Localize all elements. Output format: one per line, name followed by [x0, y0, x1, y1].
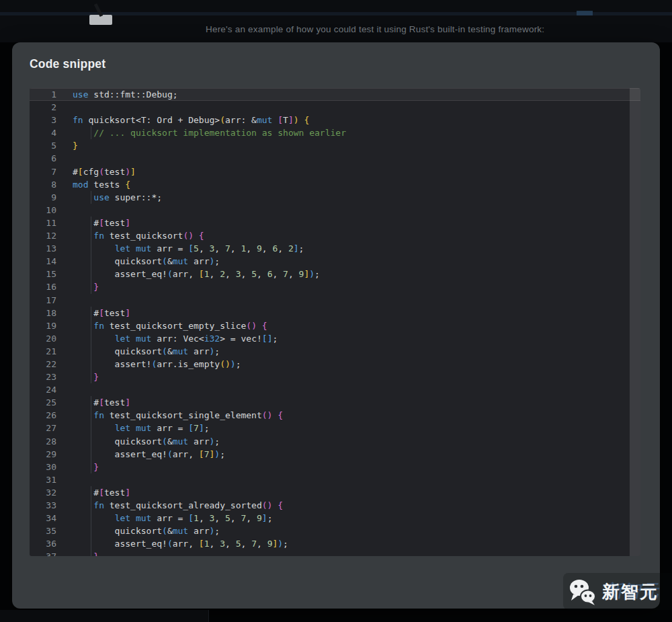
indent-guide: [91, 332, 91, 345]
code-text: quicksort(&mut arr);: [56, 524, 640, 537]
code-line: 31: [30, 473, 640, 486]
line-number: 22: [30, 358, 56, 371]
line-number: 29: [30, 448, 56, 461]
code-line: 27 let mut arr = [7];: [30, 422, 640, 434]
indent-guide: [91, 280, 91, 293]
code-line: 2: [30, 101, 640, 114]
line-number: 35: [30, 524, 56, 537]
code-line: 20 let mut arr: Vec<i32> = vec![];: [30, 332, 640, 345]
vertical-scrollbar[interactable]: [630, 88, 640, 556]
line-number: 3: [30, 114, 56, 126]
code-line: 7#[cfg(test)]: [30, 165, 640, 178]
brand-watermark: 新智元 新智元: [563, 573, 672, 610]
code-text: let mut arr = [7];: [56, 422, 640, 434]
background-footer-strip: [0, 610, 209, 622]
code-text: fn test_quicksort_already_sorted() {: [56, 499, 640, 512]
line-number: 25: [30, 396, 56, 409]
code-line: 11 #[test]: [30, 217, 640, 229]
indent-guide: [91, 229, 91, 242]
code-line: 25 #[test]: [30, 396, 640, 409]
code-line: 30 }: [30, 461, 640, 473]
code-line: 14 quicksort(&mut arr);: [30, 255, 640, 268]
code-text: [56, 101, 640, 114]
line-number: 10: [30, 204, 56, 217]
code-line: 4 // ... quicksort implementation as sho…: [30, 126, 640, 139]
code-line: 28 quicksort(&mut arr);: [30, 435, 640, 448]
code-text: }: [56, 139, 640, 152]
line-number: 24: [30, 383, 56, 396]
line-number: 33: [30, 499, 56, 512]
line-number: 34: [30, 512, 56, 524]
code-text: #[test]: [56, 217, 640, 229]
line-number: 6: [30, 152, 56, 165]
code-text: quicksort(&mut arr);: [56, 255, 640, 268]
code-text: assert_eq!(arr, [7]);: [56, 448, 640, 461]
code-line: 22 assert!(arr.is_empty());: [30, 358, 640, 371]
indent-guide: [91, 217, 91, 229]
line-number: 19: [30, 319, 56, 332]
code-text: #[cfg(test)]: [56, 165, 640, 178]
code-editor[interactable]: 1use std::fmt::Debug;23fn quicksort<T: O…: [30, 88, 640, 556]
line-number: 18: [30, 307, 56, 319]
code-text: assert!(arr.is_empty());: [56, 358, 640, 371]
line-number: 30: [30, 461, 56, 473]
indent-guide: [91, 396, 91, 409]
code-line: 33 fn test_quicksort_already_sorted() {: [30, 499, 640, 512]
indent-guide: [91, 191, 91, 204]
code-text: }: [56, 371, 640, 383]
code-line: 34 let mut arr = [1, 3, 5, 7, 9];: [30, 512, 640, 524]
code-line: 12 fn test_quicksort() {: [30, 229, 640, 242]
code-text: }: [56, 550, 640, 556]
code-line: 15 assert_eq!(arr, [1, 2, 3, 5, 6, 7, 9]…: [30, 268, 640, 280]
code-text: let mut arr = [5, 3, 7, 1, 9, 6, 2];: [56, 242, 640, 255]
line-number: 7: [30, 165, 56, 178]
code-line: 13 let mut arr = [5, 3, 7, 1, 9, 6, 2];: [30, 242, 640, 255]
indent-guide: [91, 319, 91, 332]
line-number: 28: [30, 435, 56, 448]
chat-header-band: Here's an example of how you could test …: [0, 0, 672, 42]
code-line: 36 assert_eq!(arr, [1, 3, 5, 7, 9]);: [30, 537, 640, 550]
code-text: }: [56, 461, 640, 473]
indent-guide: [91, 537, 91, 550]
indent-guide: [91, 345, 91, 358]
code-line: 10: [30, 204, 640, 217]
code-line: 35 quicksort(&mut arr);: [30, 524, 640, 537]
code-text: assert_eq!(arr, [1, 2, 3, 5, 6, 7, 9]);: [56, 268, 640, 280]
code-text: let mut arr: Vec<i32> = vec![];: [56, 332, 640, 345]
code-line: 1use std::fmt::Debug;: [30, 88, 640, 101]
wechat-icon: [569, 578, 597, 606]
line-number: 11: [30, 217, 56, 229]
code-line: 6: [30, 152, 640, 165]
assistant-message-text: Here's an example of how you could test …: [206, 24, 544, 34]
indent-guide: [91, 435, 91, 448]
line-number: 32: [30, 486, 56, 499]
code-text: [56, 473, 640, 486]
code-text: fn quicksort<T: Ord + Debug>(arr: &mut […: [56, 114, 640, 126]
brand-name-wrap: 新智元 新智元: [602, 581, 659, 602]
indent-guide: [91, 126, 91, 139]
line-number: 23: [30, 371, 56, 383]
line-number: 21: [30, 345, 56, 358]
indent-guide: [91, 499, 91, 512]
code-line: 8mod tests {: [30, 178, 640, 191]
indent-guide: [91, 307, 91, 319]
clipped-content-highlight: [577, 11, 593, 15]
code-line: 21 quicksort(&mut arr);: [30, 345, 640, 358]
code-line: 37 }: [30, 550, 640, 556]
line-number: 9: [30, 191, 56, 204]
code-text: quicksort(&mut arr);: [56, 345, 640, 358]
code-line: 5}: [30, 139, 640, 152]
line-number: 8: [30, 178, 56, 191]
code-text: [56, 152, 640, 165]
line-number: 12: [30, 229, 56, 242]
code-text: [56, 204, 640, 217]
code-text: use std::fmt::Debug;: [56, 88, 640, 101]
modal-title: Code snippet: [30, 57, 106, 71]
code-text: fn test_quicksort_empty_slice() {: [56, 319, 640, 332]
code-text: fn test_quicksort() {: [56, 229, 640, 242]
indent-guide: [91, 461, 91, 473]
line-number: 20: [30, 332, 56, 345]
code-line: 9 use super::*;: [30, 191, 640, 204]
indent-guide: [91, 268, 91, 280]
code-text: [56, 383, 640, 396]
